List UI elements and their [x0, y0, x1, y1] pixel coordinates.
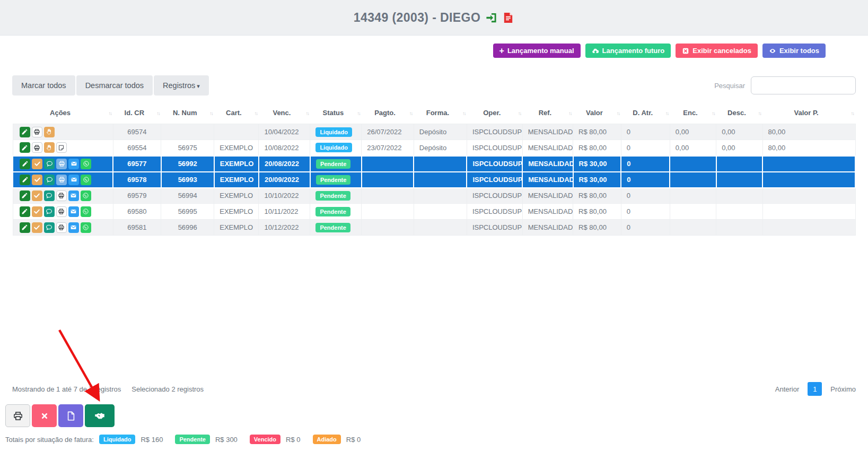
whatsapp-icon[interactable]: [81, 222, 91, 233]
cell-n-num: [161, 124, 214, 140]
column-label: Valor: [586, 109, 603, 117]
comments-icon[interactable]: [44, 190, 55, 201]
table-row[interactable]: 6957756992EXEMPLO20/08/2022PendenteISPCL…: [13, 156, 855, 172]
previous-page-link[interactable]: Anterior: [775, 385, 800, 393]
edit-icon[interactable]: [20, 222, 30, 233]
check-icon[interactable]: [32, 175, 42, 185]
table-row[interactable]: 6955456975EXEMPLO10/08/2022Liquidado23/0…: [13, 140, 855, 156]
cell-valor-p: [762, 172, 855, 188]
cell-actions: [13, 156, 113, 172]
cell-status: Liquidado: [310, 140, 362, 156]
column-header-oper[interactable]: Oper.↑↓: [467, 103, 522, 124]
column-label: Id. CR: [125, 109, 145, 117]
edit-icon[interactable]: [20, 159, 30, 169]
cell-venc: 10/08/2022: [259, 140, 310, 156]
comments-icon[interactable]: [44, 175, 55, 185]
print-icon[interactable]: [56, 190, 67, 201]
mail-icon[interactable]: [68, 222, 79, 233]
print-icon[interactable]: [56, 175, 67, 185]
cell-d-atr: 0: [621, 172, 670, 188]
search-input[interactable]: [751, 76, 856, 94]
cell-ref: MENSALIDADE: [522, 188, 573, 204]
print-icon[interactable]: [32, 127, 42, 137]
cell-pagto: [362, 220, 414, 236]
column-header-d-atr[interactable]: D. Atr.↑↓: [621, 103, 670, 124]
comments-icon[interactable]: [44, 206, 55, 217]
sign-in-icon[interactable]: [485, 12, 497, 24]
cell-oper: ISPCLOUDSUP: [467, 156, 522, 172]
whatsapp-icon[interactable]: [81, 175, 91, 185]
column-header-ref[interactable]: Ref.↑↓: [522, 103, 573, 124]
sort-icon: ↑↓: [665, 110, 669, 116]
check-icon[interactable]: [32, 222, 42, 233]
cell-id-cr: 69579: [113, 188, 161, 204]
column-header-status[interactable]: Status↑↓: [310, 103, 362, 124]
print-icon[interactable]: [32, 142, 42, 153]
check-icon[interactable]: [32, 159, 42, 169]
check-icon[interactable]: [32, 206, 42, 217]
current-page-button[interactable]: 1: [808, 382, 822, 396]
plus-icon: +: [499, 47, 504, 55]
comments-icon[interactable]: [44, 159, 55, 169]
column-header-cart[interactable]: Cart.↑↓: [214, 103, 259, 124]
cancel-selected-button[interactable]: [32, 404, 57, 427]
comments-icon[interactable]: [44, 222, 55, 233]
print-icon[interactable]: [56, 222, 67, 233]
mail-icon[interactable]: [68, 175, 79, 185]
column-header-pagto[interactable]: Pagto.↑↓: [362, 103, 414, 124]
desmarcar-todos-button[interactable]: Desmarcar todos: [76, 75, 153, 96]
document-selected-button[interactable]: [58, 404, 83, 427]
column-header-id-cr[interactable]: Id. CR↑↓: [113, 103, 161, 124]
edit-icon[interactable]: [20, 175, 30, 185]
table-row[interactable]: 6958156996EXEMPLO10/12/2022PendenteISPCL…: [13, 220, 855, 236]
edit-icon[interactable]: [20, 142, 30, 153]
mail-icon[interactable]: [68, 190, 79, 201]
cell-venc: 20/09/2022: [259, 172, 310, 188]
print-icon[interactable]: [56, 206, 67, 217]
settle-selected-button[interactable]: [85, 404, 115, 427]
exibir-cancelados-button[interactable]: Exibir cancelados: [676, 44, 758, 58]
total-value: R$ 0: [286, 436, 300, 444]
whatsapp-icon[interactable]: [81, 159, 91, 169]
check-icon[interactable]: [32, 190, 42, 201]
table-row[interactable]: 6958056995EXEMPLO10/11/2022PendenteISPCL…: [13, 204, 855, 220]
column-header-acoes[interactable]: Ações↑↓: [13, 103, 113, 124]
cell-n-num: 56995: [161, 204, 214, 220]
hand-icon[interactable]: [44, 127, 55, 137]
marcar-todos-button[interactable]: Marcar todos: [12, 75, 75, 96]
exibir-todos-button[interactable]: Exibir todos: [762, 44, 826, 58]
column-header-valor-p[interactable]: Valor P.↑↓: [762, 103, 855, 124]
table-row[interactable]: 6957956994EXEMPLO10/10/2022PendenteISPCL…: [13, 188, 855, 204]
invoice-icon[interactable]: [502, 12, 514, 24]
table-row[interactable]: 6957410/04/2022Liquidado26/07/2022Depósi…: [13, 124, 855, 140]
column-header-desc[interactable]: Desc.↑↓: [716, 103, 762, 124]
column-header-forma[interactable]: Forma.↑↓: [414, 103, 467, 124]
print-selected-button[interactable]: [5, 404, 30, 427]
note-icon[interactable]: [56, 142, 67, 153]
print-icon[interactable]: [56, 159, 67, 169]
table-row[interactable]: 6957856993EXEMPLO20/09/2022PendenteISPCL…: [13, 172, 855, 188]
hand-icon[interactable]: [44, 142, 55, 153]
edit-icon[interactable]: [20, 206, 30, 217]
whatsapp-icon[interactable]: [81, 190, 91, 201]
mail-icon[interactable]: [68, 206, 79, 217]
lancamento-manual-button[interactable]: + Lançamento manual: [493, 44, 581, 58]
lancamento-futuro-button[interactable]: Lançamento futuro: [585, 44, 671, 58]
edit-icon[interactable]: [20, 190, 30, 201]
column-label: N. Num: [173, 109, 197, 117]
whatsapp-icon[interactable]: [81, 206, 91, 217]
cell-pagto: [362, 204, 414, 220]
edit-icon[interactable]: [20, 127, 30, 137]
cell-status: Pendente: [310, 156, 362, 172]
registros-dropdown[interactable]: Registros▾: [154, 75, 209, 96]
cell-forma: Depósito: [414, 140, 467, 156]
column-header-venc[interactable]: Venc.↑↓: [259, 103, 310, 124]
next-page-link[interactable]: Próximo: [830, 385, 856, 393]
column-header-n-num[interactable]: N. Num↑↓: [161, 103, 214, 124]
cell-status: Pendente: [310, 172, 362, 188]
cell-desc: [716, 220, 762, 236]
column-header-enc[interactable]: Enc.↑↓: [670, 103, 716, 124]
column-label: Ações: [50, 109, 71, 117]
column-header-valor[interactable]: Valor↑↓: [573, 103, 621, 124]
mail-icon[interactable]: [68, 159, 79, 169]
